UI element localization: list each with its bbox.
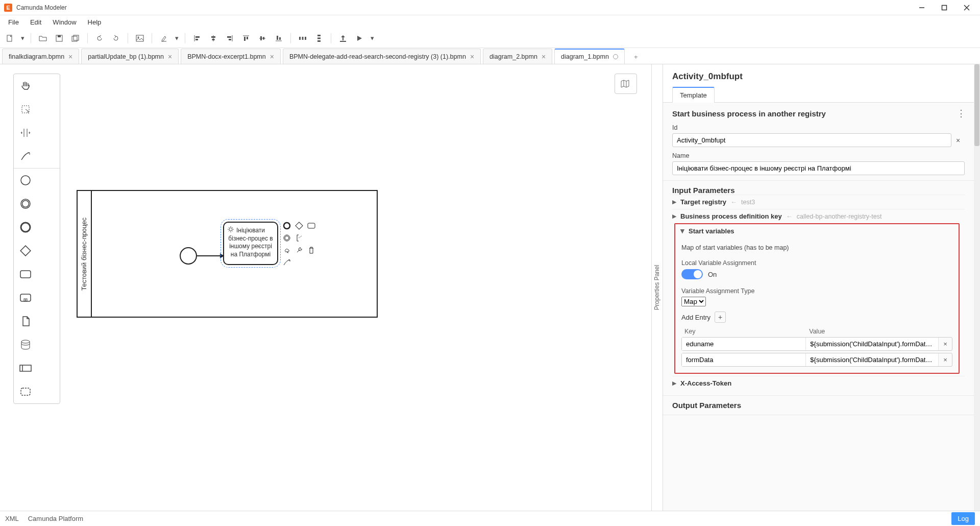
- remove-entry-button[interactable]: ×: [939, 353, 952, 366]
- subprocess-tool[interactable]: [14, 286, 37, 309]
- new-file-button[interactable]: [3, 32, 16, 45]
- start-event[interactable]: [180, 247, 197, 265]
- close-icon[interactable]: ×: [168, 53, 172, 61]
- lva-toggle[interactable]: [681, 269, 703, 279]
- space-tool[interactable]: [14, 121, 37, 145]
- color-button[interactable]: [157, 32, 170, 45]
- run-button[interactable]: [353, 32, 366, 45]
- close-button[interactable]: [963, 4, 971, 12]
- save-all-button[interactable]: [69, 32, 82, 45]
- append-gateway[interactable]: [294, 221, 304, 231]
- template-tab[interactable]: Template: [672, 87, 715, 103]
- minimize-button[interactable]: [918, 4, 926, 12]
- delete-icon[interactable]: [306, 245, 316, 255]
- start-event-tool[interactable]: [14, 169, 37, 192]
- chevron-right-icon: ▶: [672, 199, 676, 205]
- platform-label[interactable]: Camunda Platform: [28, 515, 83, 522]
- tab-diagram2[interactable]: diagram_2.bpmn×: [483, 49, 552, 64]
- color-dropdown[interactable]: ▾: [174, 32, 180, 45]
- align-bottom-button[interactable]: [272, 32, 285, 45]
- task-tool[interactable]: [14, 262, 37, 286]
- menu-edit[interactable]: Edit: [25, 17, 46, 28]
- close-icon[interactable]: ×: [68, 53, 72, 61]
- param-name: Target registry: [680, 198, 726, 206]
- gateway-tool[interactable]: [14, 239, 37, 262]
- lasso-tool[interactable]: [14, 98, 37, 121]
- x-access-token-row[interactable]: ▶ X-Access-Token: [672, 376, 965, 390]
- intermediate-event-tool[interactable]: [14, 192, 37, 216]
- close-icon[interactable]: ×: [470, 53, 474, 61]
- wrench-icon[interactable]: [294, 245, 304, 255]
- close-icon[interactable]: ×: [542, 53, 546, 61]
- svg-rect-22: [244, 37, 246, 41]
- distribute-h-button[interactable]: [296, 32, 309, 45]
- data-store-tool[interactable]: [14, 333, 37, 356]
- participant-tool[interactable]: [14, 356, 37, 380]
- align-middle-button[interactable]: [256, 32, 269, 45]
- data-object-tool[interactable]: [14, 309, 37, 333]
- distribute-v-button[interactable]: [312, 32, 326, 45]
- tab-diagram1[interactable]: diagram_1.bpmn: [554, 49, 625, 64]
- entry-key-input[interactable]: [682, 353, 806, 366]
- xml-toggle[interactable]: XML: [5, 515, 19, 522]
- svg-point-67: [285, 236, 289, 240]
- save-button[interactable]: [53, 32, 66, 45]
- append-intermediate[interactable]: [282, 233, 292, 243]
- add-entry-button[interactable]: +: [715, 312, 726, 323]
- entry-key-input[interactable]: [682, 338, 806, 350]
- svg-line-60: [232, 231, 233, 232]
- svg-rect-26: [263, 37, 264, 39]
- tab-partialupdate[interactable]: partialUpdate_bp (1).bpmn×: [81, 49, 179, 64]
- menu-file[interactable]: File: [3, 17, 24, 28]
- remove-entry-button[interactable]: ×: [939, 338, 952, 350]
- connect-icon[interactable]: [282, 257, 292, 268]
- maximize-button[interactable]: [940, 4, 948, 12]
- minimap-toggle[interactable]: [615, 74, 637, 94]
- end-event-tool[interactable]: [14, 216, 37, 239]
- hand-tool[interactable]: [14, 74, 37, 98]
- service-task[interactable]: Ініціювати бізнес-процес в іншому реєстр…: [223, 222, 278, 265]
- more-icon[interactable]: ⋮: [957, 108, 965, 119]
- target-registry-row[interactable]: ▶ Target registry ← test3: [672, 195, 965, 209]
- param-name: Start variables: [689, 227, 734, 235]
- append-end-event[interactable]: [282, 221, 292, 231]
- align-left-button[interactable]: [190, 32, 204, 45]
- close-icon[interactable]: ×: [270, 53, 274, 61]
- redo-button[interactable]: [109, 32, 122, 45]
- tab-delegate[interactable]: BPMN-delegate-add-read-search-second-reg…: [283, 49, 481, 64]
- properties-panel-collapse[interactable]: Properties Panel: [651, 64, 663, 511]
- start-variables-row[interactable]: ▶ Start variables: [675, 224, 959, 238]
- add-tab-button[interactable]: +: [629, 50, 643, 64]
- change-type[interactable]: [282, 245, 292, 255]
- align-right-button[interactable]: [223, 32, 236, 45]
- clear-icon[interactable]: ×: [951, 136, 965, 145]
- sequence-flow[interactable]: [197, 255, 224, 256]
- id-input[interactable]: [672, 133, 951, 147]
- vat-select[interactable]: Map: [681, 297, 706, 306]
- tab-excerpt[interactable]: BPMN-docx-excerpt1.bpmn×: [181, 49, 281, 64]
- align-top-button[interactable]: [239, 32, 253, 45]
- name-input[interactable]: [672, 161, 965, 175]
- align-center-button[interactable]: [207, 32, 220, 45]
- menu-help[interactable]: Help: [83, 17, 107, 28]
- bpmn-pool[interactable]: Тестовий бізнес-процес Ініціювати бізнес…: [77, 190, 378, 318]
- run-dropdown[interactable]: ▾: [369, 32, 375, 45]
- log-button[interactable]: Log: [951, 512, 975, 525]
- annotation-icon[interactable]: [294, 233, 304, 243]
- deploy-button[interactable]: [336, 32, 350, 45]
- tab-finalkdiagram[interactable]: finalkdiagram.bpmn×: [2, 49, 79, 64]
- lva-state: On: [708, 271, 717, 278]
- image-button[interactable]: [133, 32, 146, 45]
- group-tool[interactable]: [14, 380, 37, 403]
- append-task[interactable]: [306, 221, 316, 231]
- entry-value-input[interactable]: [806, 353, 939, 366]
- canvas[interactable]: Тестовий бізнес-процес Ініціювати бізнес…: [0, 64, 651, 511]
- entry-value-input[interactable]: [806, 338, 939, 350]
- connect-tool[interactable]: [14, 145, 37, 168]
- new-file-dropdown[interactable]: ▾: [19, 32, 26, 45]
- open-button[interactable]: [36, 32, 50, 45]
- undo-button[interactable]: [93, 32, 106, 45]
- bpdk-row[interactable]: ▶ Business process definition key ← call…: [672, 209, 965, 223]
- menu-window[interactable]: Window: [47, 17, 81, 28]
- scrollbar[interactable]: [974, 64, 980, 511]
